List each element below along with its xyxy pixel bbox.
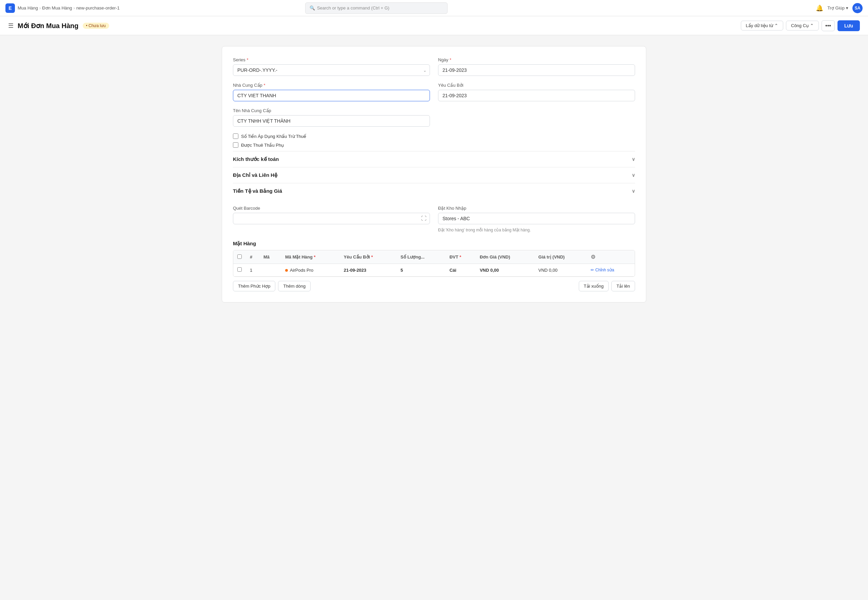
row-gia-tri: VND 0,00 xyxy=(534,264,587,276)
section-tien-te-label: Tiền Tệ và Bảng Giá xyxy=(233,188,282,194)
unsaved-label: • Chưa lưu xyxy=(86,23,106,28)
more-options-button[interactable]: ••• xyxy=(822,20,835,31)
form-card: Series * PUR-ORD-.YYYY.- Ngày * Nhà Cun xyxy=(222,46,646,303)
series-ngay-row: Series * PUR-ORD-.YYYY.- Ngày * xyxy=(233,57,635,76)
tools-label: Công Cụ xyxy=(791,23,809,28)
yeu-cau-boi-input[interactable] xyxy=(438,90,635,101)
ycb-group: Yêu Cầu Bởi xyxy=(438,83,635,101)
col-actions-header[interactable]: ⚙ xyxy=(587,250,635,264)
col-yeu-cau-boi: Yêu Cầu Bởi * xyxy=(340,250,396,264)
row-checkbox[interactable] xyxy=(237,267,242,272)
ncc-group: Nhà Cung Cấp * xyxy=(233,83,430,101)
row-action: ✏ Chỉnh sửa xyxy=(587,264,635,276)
checkbox2-group: Được Thuê Thầu Phụ xyxy=(233,142,635,148)
chevron-down-icon: ∨ xyxy=(632,173,635,178)
col-don-gia: Đơn Giá (VND) xyxy=(476,250,534,264)
get-data-button[interactable]: Lấy dữ liệu từ ⌃ xyxy=(741,21,783,30)
chevron-down-icon: ∨ xyxy=(632,156,635,162)
row-check[interactable] xyxy=(233,264,246,276)
ngay-input[interactable] xyxy=(438,64,635,76)
breadcrumb-mua-hang[interactable]: Mua Hàng xyxy=(18,5,38,11)
khau-tru-thue-checkbox[interactable] xyxy=(233,133,239,139)
help-label: Trợ Giúp xyxy=(827,5,845,11)
table-add-buttons: Thêm Phức Hợp Thêm dòng xyxy=(233,281,310,291)
table-body: 1 AirPods Pro 21-09-2023 5 Cái VND 0,00 … xyxy=(233,264,635,276)
kho-nhap-input[interactable] xyxy=(438,213,635,224)
tools-button[interactable]: Công Cụ ⌃ xyxy=(786,21,819,30)
col-dvt: ĐVT * xyxy=(445,250,476,264)
breadcrumb-don-mua-hang[interactable]: Đơn Mua Hàng xyxy=(42,5,72,11)
row-so-luong: 5 xyxy=(396,264,445,276)
barcode-scan-icon: ⛶ xyxy=(421,215,427,221)
main-content: Series * PUR-ORD-.YYYY.- Ngày * Nhà Cun xyxy=(214,35,654,314)
ncc-label: Nhà Cung Cấp * xyxy=(233,83,430,88)
thau-phu-checkbox[interactable] xyxy=(233,142,239,148)
section-dia-chi[interactable]: Địa Chỉ và Liên Hệ ∨ xyxy=(233,167,635,183)
breadcrumb: Mua Hàng › Đơn Mua Hàng › new-purchase-o… xyxy=(18,5,120,11)
help-button[interactable]: Trợ Giúp ▾ xyxy=(827,5,848,11)
search-bar[interactable]: 🔍 Search or type a command (Ctrl + G) xyxy=(305,2,448,14)
status-dot xyxy=(285,269,288,272)
kho-hint: Đặt 'Kho hàng' trong mỗi hàng của bảng M… xyxy=(438,228,635,232)
series-select-wrapper[interactable]: PUR-ORD-.YYYY.- xyxy=(233,64,430,76)
khau-tru-thue-label[interactable]: Số Tiền Áp Dụng Khấu Trừ Thuế xyxy=(241,134,306,139)
unsaved-badge: • Chưa lưu xyxy=(83,23,109,29)
avatar[interactable]: SA xyxy=(853,3,863,13)
section-kich-thuoc-label: Kích thước kế toán xyxy=(233,156,279,162)
row-yeu-cau-boi: 21-09-2023 xyxy=(340,264,396,276)
top-nav: E Mua Hàng › Đơn Mua Hàng › new-purchase… xyxy=(0,0,868,16)
barcode-input-wrap: ⛶ xyxy=(233,213,430,224)
ngay-label: Ngày * xyxy=(438,57,635,62)
table-footer: Thêm Phức Hợp Thêm dòng Tải xuống Tải lê… xyxy=(233,277,635,291)
ten-ncc-label: Tên Nhà Cung Cấp xyxy=(233,108,430,113)
row-ma-mat-hang: AirPods Pro xyxy=(281,264,340,276)
col-ma-mat-hang: Mã Mặt Hàng * xyxy=(281,250,340,264)
ycb-label: Yêu Cầu Bởi xyxy=(438,83,635,88)
col-check xyxy=(233,250,246,264)
chevron-down-icon: ▾ xyxy=(846,5,848,11)
app-logo[interactable]: E xyxy=(5,3,15,13)
nha-cung-cap-input[interactable] xyxy=(233,90,430,101)
ten-ncc-row: Tên Nhà Cung Cấp xyxy=(233,108,635,127)
ten-ncc-group: Tên Nhà Cung Cấp xyxy=(233,108,430,127)
ncc-ycb-row: Nhà Cung Cấp * Yêu Cầu Bởi xyxy=(233,83,635,101)
add-row-button[interactable]: Thêm dòng xyxy=(278,281,310,291)
page-title: Mới Đơn Mua Hàng xyxy=(18,22,79,30)
series-label: Series * xyxy=(233,57,430,62)
col-num: # xyxy=(246,250,259,264)
add-complex-button[interactable]: Thêm Phức Hợp xyxy=(233,281,275,291)
edit-row-button[interactable]: ✏ Chỉnh sửa xyxy=(591,268,614,273)
table-head: # Mã Mã Mặt Hàng * Yêu Cầu Bởi * Số Lượn… xyxy=(233,250,635,264)
barcode-input[interactable] xyxy=(233,213,430,224)
chevron-down-icon: ∨ xyxy=(632,188,635,194)
breadcrumb-current: new-purchase-order-1 xyxy=(76,5,120,11)
search-placeholder: Search or type a command (Ctrl + G) xyxy=(317,5,389,11)
thau-phu-label[interactable]: Được Thuê Thầu Phụ xyxy=(241,142,284,148)
sep1: › xyxy=(40,5,41,11)
kho-nhap-group: Đặt Kho Nhập Đặt 'Kho hàng' trong mỗi hà… xyxy=(438,206,635,232)
page-header: ☰ Mới Đơn Mua Hàng • Chưa lưu Lấy dữ liệ… xyxy=(0,16,868,35)
series-group: Series * PUR-ORD-.YYYY.- xyxy=(233,57,430,76)
search-icon: 🔍 xyxy=(310,5,315,11)
col-so-luong: Số Lượng... xyxy=(396,250,445,264)
save-button[interactable]: Lưu xyxy=(838,20,860,31)
row-dvt: Cái xyxy=(445,264,476,276)
select-all-checkbox[interactable] xyxy=(237,255,242,259)
menu-icon[interactable]: ☰ xyxy=(8,22,14,29)
kho-nhap-label: Đặt Kho Nhập xyxy=(438,206,635,211)
ngay-group: Ngày * xyxy=(438,57,635,76)
barcode-group: Quét Barcode ⛶ xyxy=(233,206,430,232)
mat-hang-table: # Mã Mã Mặt Hàng * Yêu Cầu Bởi * Số Lượn… xyxy=(233,250,635,276)
sep2: › xyxy=(74,5,75,11)
notification-bell[interactable]: 🔔 xyxy=(816,5,823,12)
mat-hang-table-wrapper: # Mã Mã Mặt Hàng * Yêu Cầu Bởi * Số Lượn… xyxy=(233,250,635,277)
gear-icon[interactable]: ⚙ xyxy=(591,254,595,260)
header-actions: Lấy dữ liệu từ ⌃ Công Cụ ⌃ ••• Lưu xyxy=(741,20,860,31)
section-kich-thuoc[interactable]: Kích thước kế toán ∨ xyxy=(233,151,635,167)
ten-ncc-input[interactable] xyxy=(233,115,430,127)
section-tien-te[interactable]: Tiền Tệ và Bảng Giá ∨ xyxy=(233,183,635,199)
download-button[interactable]: Tải xuống xyxy=(579,281,609,291)
upload-button[interactable]: Tải lên xyxy=(611,281,635,291)
series-select[interactable]: PUR-ORD-.YYYY.- xyxy=(233,64,430,76)
chevron-down-icon: ⌃ xyxy=(774,23,778,28)
